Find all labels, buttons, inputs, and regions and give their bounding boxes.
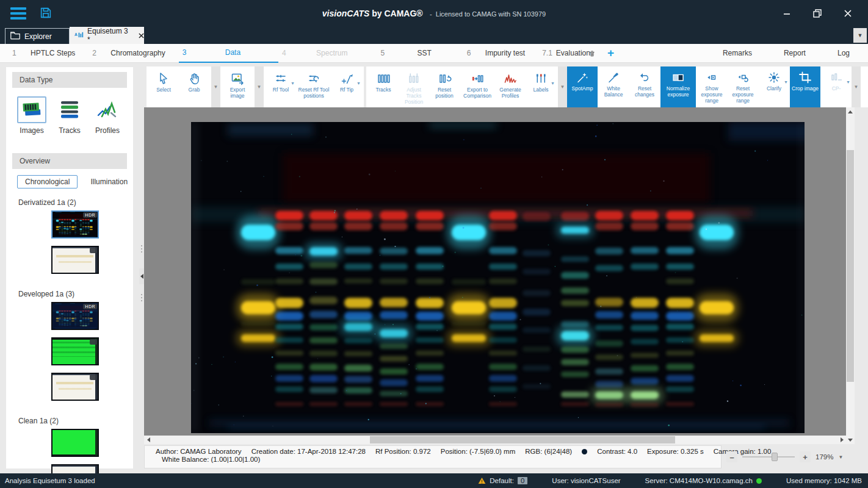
hptlc-plate-image[interactable] <box>191 122 805 433</box>
exposure-group-dropdown[interactable]: ▼ <box>852 66 861 107</box>
step-chromatography[interactable]: 2Chromatography <box>89 44 178 63</box>
group-label-derivatized: Derivatized 1a (2) <box>6 190 133 210</box>
data-type-images[interactable]: Images <box>17 96 46 135</box>
hamburger-menu-icon[interactable] <box>0 0 28 27</box>
step-sst[interactable]: 5SST <box>377 44 463 63</box>
scroll-left-icon[interactable] <box>144 436 153 444</box>
horizontal-scroll-thumb[interactable] <box>370 436 675 443</box>
exposure-rect-icon <box>671 70 685 85</box>
reset-position-button[interactable]: Reset position <box>429 68 460 106</box>
scroll-down-icon[interactable] <box>846 436 855 444</box>
step-spectrum[interactable]: 4Spectrum <box>278 44 377 63</box>
step-hptlc-steps[interactable]: 1HPTLC Steps <box>9 44 89 63</box>
export-image-button[interactable]: Export image <box>222 68 253 106</box>
spotamp-button[interactable]: SpotAmp <box>567 66 598 107</box>
overview-tab-illumination[interactable]: Illumination <box>82 175 136 188</box>
thumbnail-clean-green[interactable] <box>51 429 99 457</box>
step-evaluation[interactable]: 7.1Evaluation <box>538 44 595 63</box>
zoom-out-button[interactable]: – <box>726 451 737 462</box>
delete-step-icon[interactable] <box>588 49 596 58</box>
author-info: Author: CAMAG Laboratory <box>156 448 242 455</box>
data-type-profiles[interactable]: Profiles <box>93 96 122 135</box>
zoom-slider-thumb[interactable] <box>772 453 778 461</box>
zoom-level[interactable]: 179% <box>816 453 833 461</box>
default-count-badge: 0 <box>518 477 527 484</box>
thumbnail-developed-white[interactable] <box>51 373 99 401</box>
splitter-handle[interactable] <box>141 294 142 301</box>
remarks-button[interactable]: Remarks <box>723 49 752 57</box>
select-tool-button[interactable]: Select <box>148 68 179 106</box>
log-button[interactable]: Log <box>837 49 850 57</box>
crop-image-button[interactable]: Crop image <box>790 66 820 107</box>
reset-rf-icon <box>306 71 321 86</box>
overview-tab-chronological[interactable]: Chronological <box>17 175 78 188</box>
export-to-comparison-button[interactable]: Export to Comparison <box>460 68 495 106</box>
folder-icon <box>10 31 20 41</box>
cursor-icon <box>156 71 171 86</box>
rf-tool-button[interactable]: Rf Tool▼ <box>266 68 296 106</box>
save-icon[interactable] <box>39 6 52 21</box>
cp-icon <box>829 70 844 85</box>
tab-document-active[interactable]: A Equisetum 3 * <box>70 27 144 44</box>
profiles-label: Profiles <box>95 126 120 135</box>
data-type-tracks[interactable]: Tracks <box>55 96 84 135</box>
reset-rf-tool-positions-button[interactable]: Reset Rf Tool positions <box>296 68 331 106</box>
show-exposure-range-button[interactable]: Show exposure range <box>696 66 727 107</box>
white-balance-button[interactable]: White Balance <box>598 66 629 107</box>
reset-exposure-range-button[interactable]: Reset exposure range <box>728 66 758 107</box>
rf-tip-icon <box>339 71 354 86</box>
reset-exposure-icon <box>736 70 750 85</box>
memory-status: Used memory: 1042 MB <box>786 477 862 484</box>
splitter-handle[interactable] <box>141 245 142 253</box>
exposure-info: Exposure: 0.325 s <box>647 448 704 455</box>
clarify-button[interactable]: Clarify▼ <box>759 66 789 107</box>
default-printer-status[interactable]: Default: 0 <box>478 477 527 484</box>
report-button[interactable]: Report <box>784 49 806 57</box>
analysis-icon: A <box>74 31 84 40</box>
horizontal-scrollbar[interactable] <box>144 436 846 444</box>
select-group-dropdown[interactable]: ▼ <box>211 66 220 107</box>
magic-wand-icon <box>575 70 590 85</box>
close-button[interactable] <box>841 7 855 20</box>
sun-icon <box>767 70 781 85</box>
step-impurity-test[interactable]: 6Impurity test <box>463 44 538 63</box>
scroll-right-icon[interactable] <box>837 436 846 444</box>
undo-icon <box>637 70 652 85</box>
labels-button[interactable]: Labels▼ <box>526 68 556 106</box>
zoom-in-button[interactable]: + <box>800 451 811 462</box>
rf-tip-button[interactable]: Rf Tip▼ <box>331 68 362 106</box>
reset-changes-button[interactable]: Reset changes <box>629 66 660 107</box>
scroll-up-icon[interactable] <box>846 107 855 116</box>
add-step-button[interactable]: + <box>607 46 614 60</box>
tab-list-dropdown[interactable]: ▼ <box>853 28 867 43</box>
hdr-badge: HDR <box>83 304 97 309</box>
restore-button[interactable] <box>811 7 824 20</box>
thumbnail-derivatized-hdr[interactable]: HDR <box>51 210 99 239</box>
export-group-dropdown[interactable]: ▼ <box>255 66 264 107</box>
minimize-button[interactable] <box>780 7 794 20</box>
export-image-icon <box>230 71 245 86</box>
generate-profiles-button[interactable]: Generate Profiles <box>495 68 526 106</box>
normalize-exposure-button[interactable]: Normalize exposure <box>660 66 696 107</box>
zoom-level-dropdown[interactable]: ▼ <box>838 454 843 460</box>
grab-tool-button[interactable]: Grab <box>179 68 209 106</box>
tracks-label: Tracks <box>59 126 81 135</box>
cp-button[interactable]: CP-▼ <box>821 66 852 107</box>
user-status[interactable]: User: visionCATSuser <box>552 477 620 484</box>
server-status[interactable]: Server: CM414MO-W10.camag.ch <box>645 477 762 484</box>
thumbnail-developed-hdr[interactable]: HDR <box>51 302 99 330</box>
adjust-tracks-position-button[interactable]: Adjust Tracks Position <box>399 68 429 106</box>
vertical-scroll-thumb[interactable] <box>847 150 854 382</box>
vertical-scrollbar[interactable] <box>846 107 855 444</box>
thumbnail-developed-green[interactable] <box>51 337 99 365</box>
tab-close-icon[interactable] <box>139 33 144 38</box>
tracks-group-dropdown[interactable]: ▼ <box>558 66 567 107</box>
images-label: Images <box>20 126 43 135</box>
rf-tool-icon <box>273 71 288 86</box>
tracks-button[interactable]: Tracks <box>368 68 399 106</box>
zoom-slider[interactable] <box>742 451 795 462</box>
tab-explorer[interactable]: Explorer <box>5 28 70 44</box>
text-annotation-button[interactable]: T Text <box>863 68 868 106</box>
thumbnail-derivatized-white[interactable] <box>51 246 99 274</box>
step-data[interactable]: 3Data <box>179 44 278 63</box>
